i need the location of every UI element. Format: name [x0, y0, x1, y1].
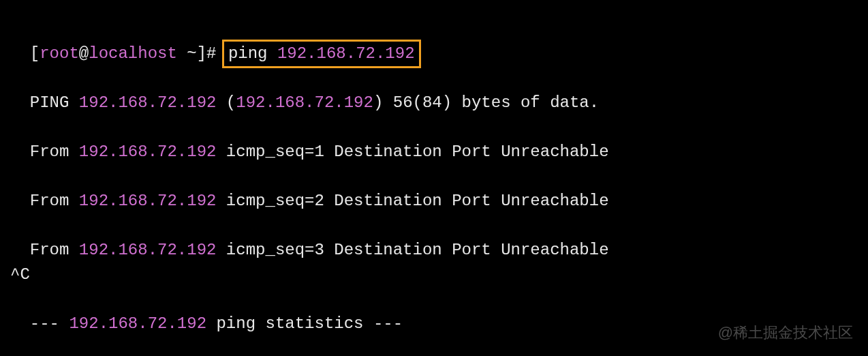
- command-name: ping: [228, 44, 277, 63]
- at: @: [79, 44, 89, 63]
- reply-line: From 192.168.72.192 icmp_seq=3 Destinati…: [10, 213, 858, 263]
- command-arg: 192.168.72.192: [277, 44, 415, 63]
- reply-line: From 192.168.72.192 icmp_seq=2 Destinati…: [10, 164, 858, 213]
- path: ~: [177, 44, 197, 63]
- host: localhost: [89, 44, 177, 63]
- reply-line: From 192.168.72.192 icmp_seq=1 Destinati…: [10, 115, 858, 164]
- prompt-line-1: [root@localhost ~]# ping 192.168.72.192: [10, 17, 858, 66]
- watermark: @稀土掘金技术社区: [718, 321, 853, 344]
- ping-header: PING 192.168.72.192 (192.168.72.192) 56(…: [10, 66, 858, 115]
- command-highlight: ping 192.168.72.192: [222, 40, 421, 68]
- interrupt: ^C: [10, 263, 858, 287]
- bracket: [: [30, 44, 40, 63]
- user: root: [40, 44, 79, 63]
